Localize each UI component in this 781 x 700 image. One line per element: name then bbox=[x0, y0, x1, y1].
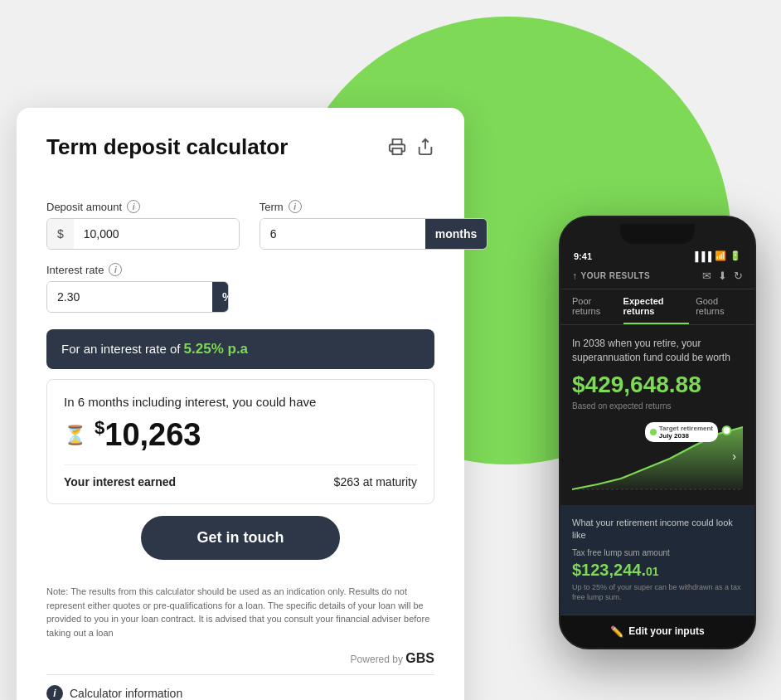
phone-status-bar: 9:41 ▐▐▐ 📶 🔋 bbox=[560, 244, 754, 265]
phone-notch bbox=[620, 224, 695, 244]
result-dollar-sign: $ bbox=[95, 417, 104, 438]
rate-value: 5.25% p.a bbox=[184, 341, 249, 357]
wifi-icon: 📶 bbox=[715, 250, 726, 261]
interest-group: Interest rate i % bbox=[46, 263, 434, 313]
calculator-title: Term deposit calculator bbox=[46, 134, 288, 160]
term-suffix: months bbox=[425, 219, 488, 249]
calculator-actions bbox=[388, 138, 434, 160]
chart-area: Target retirement July 2038 bbox=[572, 419, 743, 493]
interest-earned-value: $263 at maturity bbox=[334, 475, 417, 489]
target-dot bbox=[650, 429, 657, 435]
phone-header-icons: ✉ ⬇ ↻ bbox=[702, 270, 743, 282]
phone-footer: ✏️ Edit your inputs bbox=[560, 615, 754, 648]
tax-free-label: Tax free lump sum amount bbox=[572, 548, 743, 557]
phone-time: 9:41 bbox=[574, 251, 592, 261]
result-interest-row: Your interest earned $263 at maturity bbox=[64, 464, 417, 489]
retirement-heading: In 2038 when you retire, your superannua… bbox=[572, 337, 743, 365]
result-amount-row: ⏳ $10,263 bbox=[64, 417, 417, 453]
deposit-prefix: $ bbox=[47, 219, 74, 249]
hourglass-icon: ⏳ bbox=[64, 425, 86, 446]
phone-mockup: 9:41 ▐▐▐ 📶 🔋 ↑ YOUR RESULTS ✉ ⬇ ↻ Poor r… bbox=[559, 216, 756, 649]
phone-content: In 2038 when you retire, your superannua… bbox=[560, 325, 754, 505]
get-in-touch-button[interactable]: Get in touch bbox=[141, 516, 340, 560]
share-icon[interactable] bbox=[416, 138, 434, 160]
info-icon: i bbox=[46, 685, 63, 700]
tab-good-returns[interactable]: Good returns bbox=[696, 296, 743, 324]
chart-arrow-icon[interactable]: › bbox=[732, 450, 736, 463]
phone-status-icons: ▐▐▐ 📶 🔋 bbox=[692, 250, 741, 261]
calculator-card: Term deposit calculator Deposit amount bbox=[17, 108, 464, 700]
term-input-group: months bbox=[260, 218, 488, 250]
term-help-icon[interactable]: i bbox=[289, 200, 302, 213]
tax-amount: $123,244.01 bbox=[572, 561, 743, 580]
interest-input-group: % bbox=[46, 281, 229, 313]
pencil-icon: ✏️ bbox=[610, 625, 623, 638]
powered-by: Powered by GBS bbox=[46, 651, 434, 666]
svg-point-3 bbox=[722, 426, 730, 435]
rate-banner-prefix: For an interest rate of bbox=[61, 342, 184, 356]
phone-screen: 9:41 ▐▐▐ 📶 🔋 ↑ YOUR RESULTS ✉ ⬇ ↻ Poor r… bbox=[560, 244, 754, 648]
interest-label: Interest rate i bbox=[46, 263, 434, 276]
phone-bottom-section: What your retirement income could look l… bbox=[560, 505, 754, 615]
deposit-label: Deposit amount i bbox=[46, 200, 240, 213]
deposit-input[interactable] bbox=[74, 219, 239, 249]
refresh-icon[interactable]: ↻ bbox=[734, 270, 743, 282]
edit-inputs-button[interactable]: ✏️ Edit your inputs bbox=[610, 625, 704, 638]
retirement-income-heading: What your retirement income could look l… bbox=[572, 517, 743, 542]
result-amount: $10,263 bbox=[95, 417, 201, 453]
print-icon[interactable] bbox=[388, 138, 406, 160]
svg-rect-0 bbox=[393, 148, 402, 154]
tab-expected-returns[interactable]: Expected returns bbox=[623, 296, 690, 324]
calc-info-label: Calculator information bbox=[70, 687, 182, 700]
tab-poor-returns[interactable]: Poor returns bbox=[572, 296, 617, 324]
calc-info-row[interactable]: i Calculator information bbox=[46, 674, 434, 700]
tax-note: Up to 25% of your super can be withdrawn… bbox=[572, 583, 743, 602]
result-box: In 6 months including interest, you coul… bbox=[46, 379, 434, 504]
target-label: Target retirement bbox=[659, 425, 713, 432]
disclaimer-text: Note: The results from this calculator s… bbox=[46, 585, 434, 639]
phone-header: ↑ YOUR RESULTS ✉ ⬇ ↻ bbox=[560, 265, 754, 289]
chart-target-label: Target retirement July 2038 bbox=[645, 422, 718, 442]
result-subtitle: In 6 months including interest, you coul… bbox=[64, 395, 417, 409]
signal-icon: ▐▐▐ bbox=[692, 251, 711, 261]
interest-help-icon[interactable]: i bbox=[109, 263, 122, 276]
term-group: Term i months bbox=[260, 200, 488, 250]
deposit-input-group: $ bbox=[46, 218, 240, 250]
interest-suffix: % bbox=[212, 282, 229, 312]
arrow-up-icon: ↑ bbox=[572, 270, 578, 282]
based-on-text: Based on expected returns bbox=[572, 401, 743, 411]
results-label: ↑ YOUR RESULTS bbox=[572, 270, 650, 282]
interest-earned-label: Your interest earned bbox=[64, 475, 176, 489]
deposit-help-icon[interactable]: i bbox=[127, 200, 140, 213]
big-amount: $429,648.88 bbox=[572, 372, 743, 398]
term-label: Term i bbox=[260, 200, 488, 213]
battery-icon: 🔋 bbox=[730, 250, 741, 261]
term-input[interactable] bbox=[260, 219, 425, 249]
mail-icon[interactable]: ✉ bbox=[702, 270, 711, 282]
tabs-row: Poor returns Expected returns Good retur… bbox=[560, 289, 754, 325]
rate-banner: For an interest rate of 5.25% p.a bbox=[46, 329, 434, 369]
interest-input[interactable] bbox=[47, 282, 212, 312]
download-icon[interactable]: ⬇ bbox=[718, 270, 727, 282]
target-date: July 2038 bbox=[659, 432, 713, 440]
deposit-group: Deposit amount i $ bbox=[46, 200, 240, 250]
